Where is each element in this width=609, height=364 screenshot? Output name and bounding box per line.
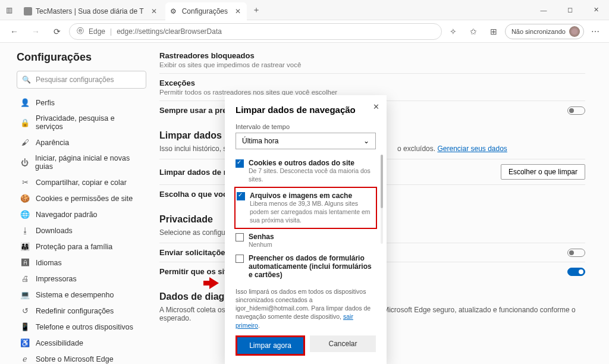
forward-button[interactable]: → xyxy=(26,23,45,40)
strict-toggle[interactable] xyxy=(567,106,585,115)
checkbox-icon[interactable] xyxy=(236,255,244,263)
sidebar-item[interactable]: 💻Sistema e desempenho xyxy=(17,287,146,303)
sidebar-item[interactable]: ↺Redefinir configurações xyxy=(17,303,146,319)
settings-sidebar: Configurações 🔍 Pesquisar configurações … xyxy=(0,43,155,364)
dnt-row: Enviar solicitaçõe xyxy=(159,248,225,257)
cancel-button[interactable]: Cancelar xyxy=(310,335,376,352)
sidebar-item-icon: 🖌 xyxy=(20,138,30,147)
sidebar-item[interactable]: 🌐Navegador padrão xyxy=(17,206,146,222)
dialog-scrollbar[interactable] xyxy=(381,155,383,244)
sidebar-item-icon: 👤 xyxy=(20,98,30,107)
clear-now-button[interactable]: Limpar agora xyxy=(237,337,303,354)
sidebar-item[interactable]: ⭳Downloads xyxy=(17,222,146,239)
sidebar-item-icon: ↺ xyxy=(20,306,30,315)
passwords-checkbox-row[interactable]: SenhasNenhum xyxy=(236,230,376,252)
sidebar-item[interactable]: 👨‍👩‍👧Proteção para a família xyxy=(17,239,146,255)
choose-what-to-clear-button[interactable]: Escolher o que limpar xyxy=(501,164,585,180)
sidebar-item-label: Acessibilidade xyxy=(36,339,83,347)
dnt-toggle[interactable] xyxy=(567,249,585,257)
sidebar-item[interactable]: 🖌Aparência xyxy=(17,134,146,150)
sidebar-item[interactable]: 🖨Impressoras xyxy=(17,271,146,287)
sidebar-item-label: Aparência xyxy=(36,139,69,147)
checkbox-icon[interactable] xyxy=(236,233,244,241)
tab-settings[interactable]: ⚙ Configurações ✕ xyxy=(165,2,247,20)
dialog-title: Limpar dados de navegação xyxy=(236,105,376,115)
sidebar-item-label: Cookies e permissões de site xyxy=(36,194,133,203)
tab-tecmasters[interactable]: TecMasters | Sua dose diária de T ✕ xyxy=(19,2,163,20)
arrow-annotation xyxy=(209,277,219,289)
sidebar-item-label: Navegador padrão xyxy=(36,211,98,219)
sidebar-item-label: Downloads xyxy=(36,227,73,235)
checkbox-icon[interactable] xyxy=(236,159,244,168)
maximize-button[interactable]: ◻ xyxy=(557,0,583,20)
favorites-icon[interactable]: ✩ xyxy=(464,23,482,40)
close-icon[interactable]: ✕ xyxy=(151,7,157,15)
sidebar-item-icon: 🖨 xyxy=(20,274,30,283)
sidebar-item[interactable]: ℯSobre o Microsoft Edge xyxy=(17,351,146,364)
time-range-dropdown[interactable]: Última hora ⌄ xyxy=(236,133,376,149)
sidebar-item-label: Impressoras xyxy=(36,275,77,283)
favicon-icon xyxy=(24,7,32,15)
refresh-button[interactable]: ⟳ xyxy=(48,23,67,40)
strict-mode-row: Sempre usar a pre xyxy=(159,106,227,115)
tab-actions-icon[interactable]: ▥ xyxy=(0,6,18,14)
edge-icon: ⓔ xyxy=(77,26,84,36)
close-icon[interactable]: ✕ xyxy=(235,7,241,15)
sidebar-item-icon: ⏻ xyxy=(20,158,29,167)
sync-label: Não sincronizando xyxy=(511,28,566,35)
close-window-button[interactable]: ✕ xyxy=(583,0,609,20)
sidebar-item-label: Proteção para a família xyxy=(36,243,112,251)
sidebar-item[interactable]: ♿Acessibilidade xyxy=(17,335,146,351)
dialog-close-button[interactable]: ✕ xyxy=(373,102,379,111)
exceptions-row[interactable]: Exceções xyxy=(159,79,585,87)
sidebar-item-label: Sistema e desempenho xyxy=(36,291,114,299)
sidebar-item-icon: 👨‍👩‍👧 xyxy=(20,242,30,251)
sidebar-item[interactable]: 👤Perfis xyxy=(17,95,146,111)
chevron-down-icon: ⌄ xyxy=(363,137,369,145)
sidebar-item-icon: 💻 xyxy=(20,290,30,299)
sidebar-item[interactable]: 🍪Cookies e permissões de site xyxy=(17,190,146,206)
checkbox-icon[interactable] xyxy=(237,192,245,200)
cache-checkbox-row[interactable]: Arquivos e imagens em cacheLibera menos … xyxy=(237,189,375,227)
sidebar-item[interactable]: 🔒Privacidade, pesquisa e serviços xyxy=(17,111,146,134)
address-brand: Edge xyxy=(89,27,105,36)
window-titlebar: ▥ TecMasters | Sua dose diária de T ✕ ⚙ … xyxy=(0,0,609,20)
sidebar-item-icon: ℯ xyxy=(20,354,30,363)
sidebar-item-label: Telefone e outros dispositivos xyxy=(36,323,133,331)
sidebar-item-icon: 🍪 xyxy=(20,194,30,203)
collections-icon[interactable]: ⊞ xyxy=(485,23,503,40)
manage-data-link[interactable]: Gerenciar seus dados xyxy=(437,145,507,153)
cookies-checkbox-row[interactable]: Cookies e outros dados do siteDe 7 sites… xyxy=(236,156,376,186)
trackers-blocked-row[interactable]: Rastreadores bloqueados xyxy=(159,51,585,60)
allow-sites-toggle[interactable] xyxy=(567,268,585,276)
avatar-icon xyxy=(569,26,580,37)
more-menu-button[interactable]: ⋯ xyxy=(586,23,604,40)
tab-label: Configurações xyxy=(182,7,228,15)
sidebar-item-label: Iniciar, página inicial e novas guias xyxy=(35,154,143,171)
sidebar-item-icon: ⭳ xyxy=(20,226,30,235)
tab-label: TecMasters | Sua dose diária de T xyxy=(36,7,144,15)
profile-sync-button[interactable]: Não sincronizando xyxy=(505,24,584,39)
sidebar-item[interactable]: 🅰Idiomas xyxy=(17,255,146,271)
sidebar-item-icon: 🔒 xyxy=(20,118,30,127)
sidebar-item[interactable]: ⏻Iniciar, página inicial e novas guias xyxy=(17,150,146,174)
sidebar-item-label: Privacidade, pesquisa e serviços xyxy=(36,114,143,131)
sidebar-item-label: Idiomas xyxy=(36,259,62,267)
gear-icon: ⚙ xyxy=(170,7,178,15)
new-tab-button[interactable]: ＋ xyxy=(248,5,265,15)
minimize-button[interactable]: — xyxy=(530,0,557,20)
sidebar-item[interactable]: ✂Compartilhar, copiar e colar xyxy=(17,174,146,190)
dialog-sync-note: Isso limpará os dados em todos os dispos… xyxy=(236,287,376,330)
sidebar-item-label: Compartilhar, copiar e colar xyxy=(36,178,127,187)
sidebar-item-icon: ✂ xyxy=(20,178,30,187)
sidebar-item[interactable]: 📱Telefone e outros dispositivos xyxy=(17,319,146,335)
highlight-annotation: Limpar agora xyxy=(236,335,305,356)
settings-search-input[interactable]: 🔍 Pesquisar configurações xyxy=(17,71,146,89)
shopping-icon[interactable]: ✧ xyxy=(444,23,462,40)
autofill-checkbox-row[interactable]: Preencher os dados de formulário automat… xyxy=(236,252,376,281)
address-bar[interactable]: ⓔ Edge | edge://settings/clearBrowserDat… xyxy=(69,23,442,40)
browser-toolbar: ← → ⟳ ⓔ Edge | edge://settings/clearBrow… xyxy=(0,20,609,43)
sidebar-item-label: Redefinir configurações xyxy=(36,307,114,315)
back-button[interactable]: ← xyxy=(5,23,24,40)
highlight-annotation: Arquivos e imagens em cacheLibera menos … xyxy=(234,187,377,229)
